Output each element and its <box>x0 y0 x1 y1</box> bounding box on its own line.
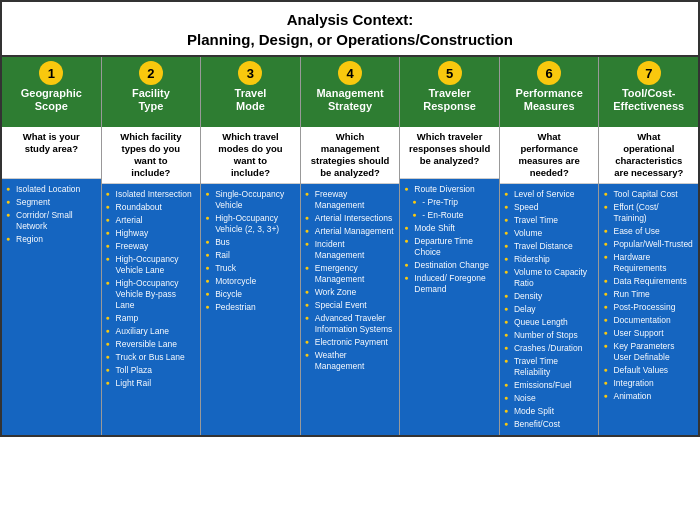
number-badge-5: 5 <box>438 61 462 85</box>
col-title-2: Facility Type <box>132 87 170 113</box>
list-item: Advanced Traveler Information Systems <box>305 312 396 336</box>
col-question-5: Which traveler responses should be analy… <box>400 127 499 179</box>
col-question-7: What operational characteristics are nec… <box>599 127 698 184</box>
col-title-5: Traveler Response <box>423 87 476 113</box>
list-item: Roundabout <box>106 201 197 214</box>
list-item: - En-Route <box>404 209 495 222</box>
list-item: Weather Management <box>305 349 396 373</box>
list-item: Single-Occupancy Vehicle <box>205 188 296 212</box>
list-item: Incident Management <box>305 238 396 262</box>
column-3: 3Travel ModeWhich travel modes do you wa… <box>201 57 301 435</box>
list-item: Isolated Intersection <box>106 188 197 201</box>
list-item: Freeway Management <box>305 188 396 212</box>
col-header-7: 7Tool/Cost- Effectiveness <box>599 57 698 127</box>
col-title-1: Geographic Scope <box>21 87 82 113</box>
list-item: Bus <box>205 236 296 249</box>
list-item: Level of Service <box>504 188 595 201</box>
col-items-7: Tool Capital CostEffort (Cost/ Training)… <box>599 184 698 436</box>
list-item: Ramp <box>106 312 197 325</box>
list-item: Ease of Use <box>603 225 694 238</box>
col-question-4: Which management strategies should be an… <box>301 127 400 184</box>
col-question-3: Which travel modes do you want to includ… <box>201 127 300 184</box>
list-item: - Pre-Trip <box>404 196 495 209</box>
list-item: Travel Distance <box>504 240 595 253</box>
list-item: Popular/Well-Trusted <box>603 238 694 251</box>
list-item: Light Rail <box>106 377 197 390</box>
list-item: Destination Change <box>404 259 495 272</box>
col-header-3: 3Travel Mode <box>201 57 300 127</box>
list-item: Travel Time <box>504 214 595 227</box>
list-item: Pedestrian <box>205 301 296 314</box>
list-item: Travel Time Reliability <box>504 355 595 379</box>
number-badge-6: 6 <box>537 61 561 85</box>
col-title-3: Travel Mode <box>235 87 267 113</box>
list-item: High-Occupancy Vehicle By-pass Lane <box>106 277 197 312</box>
list-item: Tool Capital Cost <box>603 188 694 201</box>
list-item: High-Occupancy Vehicle Lane <box>106 253 197 277</box>
col-items-2: Isolated IntersectionRoundaboutArterialH… <box>102 184 201 436</box>
list-item: High-Occupancy Vehicle (2, 3, 3+) <box>205 212 296 236</box>
list-item: Effort (Cost/ Training) <box>603 201 694 225</box>
list-item: Bicycle <box>205 288 296 301</box>
list-item: Data Requirements <box>603 275 694 288</box>
list-item: Animation <box>603 390 694 403</box>
list-item: Noise <box>504 392 595 405</box>
col-items-1: Isolated LocationSegmentCorridor/ Small … <box>2 179 101 435</box>
list-item: Arterial Intersections <box>305 212 396 225</box>
column-5: 5Traveler ResponseWhich traveler respons… <box>400 57 500 435</box>
list-item: Segment <box>6 196 97 209</box>
list-item: Number of Stops <box>504 329 595 342</box>
list-item: Benefit/Cost <box>504 418 595 431</box>
list-item: Density <box>504 290 595 303</box>
list-item: Truck <box>205 262 296 275</box>
col-items-4: Freeway ManagementArterial Intersections… <box>301 184 400 436</box>
list-item: Queue Length <box>504 316 595 329</box>
col-question-1: What is your study area? <box>2 127 101 179</box>
list-item: Region <box>6 233 97 246</box>
list-item: Arterial Management <box>305 225 396 238</box>
list-item: Corridor/ Small Network <box>6 209 97 233</box>
list-item: Toll Plaza <box>106 364 197 377</box>
col-question-6: What performance measures are needed? <box>500 127 599 184</box>
list-item: Post-Processing <box>603 301 694 314</box>
number-badge-2: 2 <box>139 61 163 85</box>
col-title-4: Management Strategy <box>316 87 383 113</box>
col-header-2: 2Facility Type <box>102 57 201 127</box>
col-title-7: Tool/Cost- Effectiveness <box>613 87 684 113</box>
list-item: Mode Split <box>504 405 595 418</box>
page-title: Analysis Context: Planning, Design, or O… <box>6 10 694 49</box>
list-item: Isolated Location <box>6 183 97 196</box>
col-header-1: 1Geographic Scope <box>2 57 101 127</box>
list-item: Auxiliary Lane <box>106 325 197 338</box>
list-item: Mode Shift <box>404 222 495 235</box>
list-item: Departure Time Choice <box>404 235 495 259</box>
number-badge-3: 3 <box>238 61 262 85</box>
list-item: Rail <box>205 249 296 262</box>
number-badge-7: 7 <box>637 61 661 85</box>
list-item: Electronic Payment <box>305 336 396 349</box>
list-item: Reversible Lane <box>106 338 197 351</box>
list-item: Route Diversion <box>404 183 495 196</box>
list-item: Run Time <box>603 288 694 301</box>
column-2: 2Facility TypeWhich facility types do yo… <box>102 57 202 435</box>
list-item: Emergency Management <box>305 262 396 286</box>
main-container: Analysis Context: Planning, Design, or O… <box>0 0 700 437</box>
col-items-3: Single-Occupancy VehicleHigh-Occupancy V… <box>201 184 300 436</box>
number-badge-4: 4 <box>338 61 362 85</box>
list-item: User Support <box>603 327 694 340</box>
list-item: Induced/ Foregone Demand <box>404 272 495 296</box>
number-badge-1: 1 <box>39 61 63 85</box>
list-item: Volume <box>504 227 595 240</box>
list-item: Hardware Requirements <box>603 251 694 275</box>
list-item: Volume to Capacity Ratio <box>504 266 595 290</box>
column-6: 6Performance MeasuresWhat performance me… <box>500 57 600 435</box>
col-header-5: 5Traveler Response <box>400 57 499 127</box>
columns-wrapper: 1Geographic ScopeWhat is your study area… <box>2 57 698 435</box>
list-item: Delay <box>504 303 595 316</box>
column-1: 1Geographic ScopeWhat is your study area… <box>2 57 102 435</box>
list-item: Key Parameters User Definable <box>603 340 694 364</box>
col-items-5: Route Diversion- Pre-Trip- En-RouteMode … <box>400 179 499 435</box>
col-header-4: 4Management Strategy <box>301 57 400 127</box>
list-item: Arterial <box>106 214 197 227</box>
list-item: Ridership <box>504 253 595 266</box>
